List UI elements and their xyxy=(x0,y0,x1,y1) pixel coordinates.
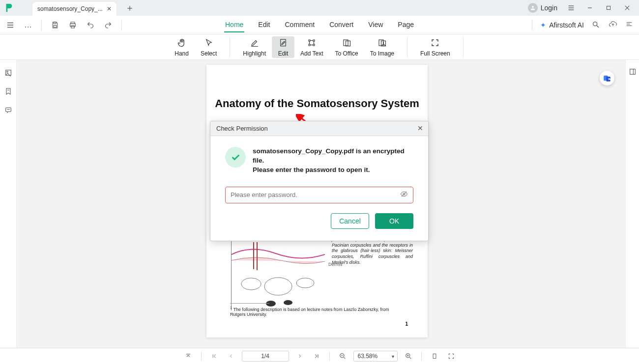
next-page-icon[interactable] xyxy=(294,350,306,362)
footnote-text: The following description is based on le… xyxy=(230,307,389,317)
close-tab-icon[interactable]: ✕ xyxy=(107,5,112,12)
avatar-icon xyxy=(528,3,538,13)
tool-to-image-label: To Image xyxy=(370,50,394,57)
tool-to-office-label: To Office xyxy=(335,50,358,57)
panel-collapse-icon[interactable] xyxy=(629,68,637,78)
app-logo xyxy=(0,0,18,16)
chevron-down-icon: ▾ xyxy=(392,354,394,359)
password-input[interactable] xyxy=(231,191,400,198)
document-tab[interactable]: somatosensory_Copy_... ✕ xyxy=(32,2,116,16)
tool-full-screen[interactable]: Full Screen xyxy=(414,36,456,58)
svg-line-17 xyxy=(597,26,599,28)
svg-point-27 xyxy=(383,42,384,43)
svg-rect-5 xyxy=(607,6,610,10)
thumbnails-icon[interactable] xyxy=(3,68,13,78)
menu-view[interactable]: View xyxy=(367,18,384,32)
login-label: Login xyxy=(541,4,557,12)
sparkle-icon: ✦ xyxy=(540,21,546,29)
cloud-upload-icon[interactable] xyxy=(609,20,617,30)
tool-add-text[interactable]: Add Text xyxy=(294,36,329,58)
menu-comment[interactable]: Comment xyxy=(284,18,316,32)
separator xyxy=(230,37,230,57)
save-icon[interactable] xyxy=(49,19,61,31)
tool-hand-label: Hand xyxy=(174,50,189,57)
tool-to-image[interactable]: To Image xyxy=(364,36,400,58)
ok-button[interactable]: OK xyxy=(375,213,413,229)
more-icon[interactable]: … xyxy=(22,19,34,31)
last-page-icon[interactable] xyxy=(311,350,322,362)
zoom-level[interactable]: 63.58% ▾ xyxy=(353,351,398,362)
menu-convert[interactable]: Convert xyxy=(328,18,354,32)
first-page-icon[interactable] xyxy=(208,350,220,362)
svg-rect-33 xyxy=(630,69,635,75)
menu-icon[interactable] xyxy=(4,19,17,31)
convert-to-word-badge[interactable]: W xyxy=(600,71,614,85)
check-icon xyxy=(225,147,246,168)
svg-point-16 xyxy=(593,22,597,26)
svg-line-58 xyxy=(409,357,411,359)
svg-text:W: W xyxy=(608,78,611,81)
ai-label: Afirstsoft AI xyxy=(549,21,584,29)
document-title: Anatomy of the Somatosensory System xyxy=(206,97,428,110)
dialog-header[interactable]: Check Permission ✕ xyxy=(210,121,428,136)
ai-button[interactable]: ✦ Afirstsoft AI xyxy=(540,21,584,29)
undo-icon[interactable] xyxy=(84,19,97,31)
login-button[interactable]: Login xyxy=(528,3,557,13)
dialog-line2: Please enter the password to open it. xyxy=(253,166,413,175)
tool-edit[interactable]: Edit xyxy=(272,36,294,58)
svg-rect-11 xyxy=(54,22,56,24)
svg-point-29 xyxy=(6,71,8,73)
tool-highlight[interactable]: Highlight xyxy=(237,36,272,58)
svg-line-54 xyxy=(344,357,345,359)
separator xyxy=(463,37,464,57)
close-window-icon[interactable] xyxy=(622,3,632,13)
scroll-top-icon[interactable] xyxy=(182,350,194,362)
prev-page-icon[interactable] xyxy=(225,350,237,362)
minimize-icon[interactable] xyxy=(585,3,595,13)
fit-width-icon[interactable] xyxy=(445,350,457,362)
maximize-icon[interactable] xyxy=(604,3,613,13)
document-page-number: 1 xyxy=(405,321,408,327)
menu-edit[interactable]: Edit xyxy=(257,18,271,32)
tool-hand[interactable]: Hand xyxy=(169,36,195,58)
tool-select[interactable]: Select xyxy=(195,36,223,58)
separator xyxy=(121,20,122,30)
svg-rect-31 xyxy=(5,108,11,112)
svg-rect-59 xyxy=(433,354,436,358)
dialog-close-icon[interactable]: ✕ xyxy=(417,124,423,132)
right-rail xyxy=(625,60,639,348)
page-indicator[interactable]: 1/4 xyxy=(242,351,289,362)
tool-highlight-label: Highlight xyxy=(243,50,266,57)
cancel-button[interactable]: Cancel xyxy=(331,213,369,229)
add-text-icon xyxy=(306,37,317,48)
bookmark-icon[interactable] xyxy=(3,86,13,96)
separator xyxy=(407,37,407,57)
menu-page[interactable]: Page xyxy=(397,18,415,32)
toggle-password-visibility-icon[interactable] xyxy=(400,190,408,200)
toolbar: Hand Select Highlight Edit Add Text To O… xyxy=(0,34,639,60)
comments-icon[interactable] xyxy=(3,105,13,115)
search-icon[interactable] xyxy=(592,21,601,29)
left-rail xyxy=(0,60,17,348)
zoom-in-icon[interactable] xyxy=(403,350,414,362)
tool-select-label: Select xyxy=(201,50,217,57)
tool-add-text-label: Add Text xyxy=(300,50,323,57)
titlebar: somatosensory_Copy_... ✕ ＋ Login xyxy=(0,0,639,16)
print-icon[interactable] xyxy=(66,19,79,31)
edit-page-icon xyxy=(278,37,289,48)
statusbar: 1/4 63.58% ▾ xyxy=(0,348,639,364)
new-tab-button[interactable]: ＋ xyxy=(125,2,134,14)
page-indicator-value: 1/4 xyxy=(261,353,269,360)
fit-page-icon[interactable] xyxy=(429,350,440,362)
hamburger-icon[interactable] xyxy=(566,3,576,13)
menu-home[interactable]: Home xyxy=(224,18,244,32)
redo-icon[interactable] xyxy=(102,19,115,31)
tool-full-screen-label: Full Screen xyxy=(420,50,450,57)
settings-lines-icon[interactable] xyxy=(625,20,633,30)
password-field[interactable] xyxy=(225,187,413,203)
menubar: … Home Edit Comment Convert View Page ✦ … xyxy=(0,16,639,34)
zoom-out-icon[interactable] xyxy=(337,350,349,362)
cursor-icon xyxy=(203,37,214,48)
tool-to-office[interactable]: To Office xyxy=(329,36,364,58)
hand-icon xyxy=(176,37,187,48)
